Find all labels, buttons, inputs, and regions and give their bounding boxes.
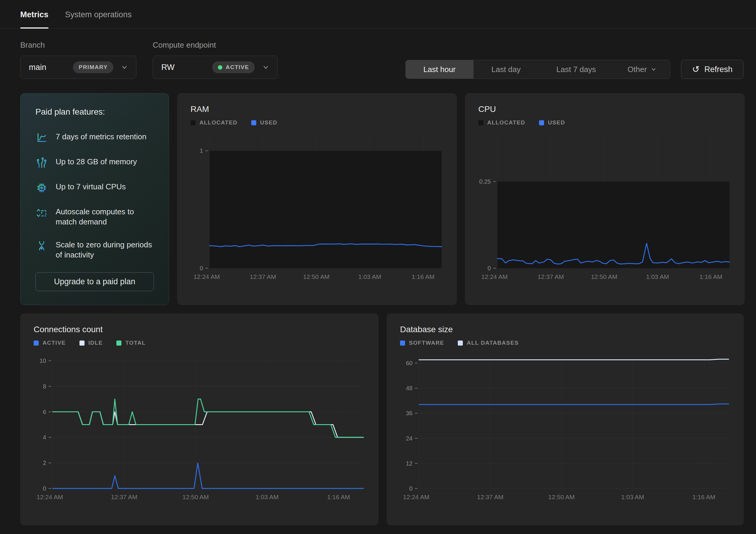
series-line-all-databases — [419, 359, 729, 360]
x-axis-label: 1:16 AM — [327, 494, 350, 500]
feature-text: Up to 28 GB of memory — [56, 157, 137, 167]
y-axis-label: 1 — [200, 147, 203, 154]
y-axis-label: 6 — [43, 409, 46, 415]
endpoint-label: Compute endpoint — [153, 40, 278, 50]
database-size-title: Database size — [400, 325, 730, 334]
database-size-legend: SOFTWARE ALL DATABASES — [400, 340, 730, 346]
legend-label: ALLOCATED — [487, 120, 525, 126]
selectors: Branch main PRIMARY Compute endpoint RW … — [20, 40, 278, 79]
connections-card: Connections count ACTIVE IDLE TOTAL 0246… — [20, 313, 379, 525]
x-axis-label: 12:50 AM — [303, 273, 330, 280]
autoscale-icon — [36, 206, 48, 219]
connections-legend: ACTIVE IDLE TOTAL — [34, 340, 365, 346]
tab-bar: Metrics System operations — [0, 0, 756, 29]
memory-icon — [36, 157, 48, 169]
range-last-day[interactable]: Last day — [473, 60, 538, 79]
legend-label: ACTIVE — [42, 340, 66, 346]
endpoint-field: Compute endpoint RW ACTIVE — [153, 40, 278, 79]
x-axis-label: 12:37 AM — [477, 494, 503, 500]
legend-item-total: TOTAL — [116, 340, 146, 346]
legend-label: ALLOCATED — [200, 120, 237, 126]
cpu-icon — [36, 182, 48, 194]
x-axis-label: 12:37 AM — [250, 273, 276, 280]
refresh-icon: ↺ — [692, 65, 699, 74]
time-controls: Last hour Last day Last 7 days Other ↺ R… — [405, 60, 743, 79]
branch-label: Branch — [20, 40, 136, 50]
feature-scale-to-zero: Scale to zero during periods of inactivi… — [36, 240, 154, 260]
series-line-active — [53, 463, 364, 489]
feature-memory: Up to 28 GB of memory — [36, 157, 154, 169]
legend-item-used: USED — [539, 120, 565, 126]
paid-plan-card: Paid plan features: 7 days of metrics re… — [20, 93, 169, 305]
cpu-chart: 00.2512:24 AM12:37 AM12:50 AM1:03 AM1:16… — [478, 134, 731, 282]
top-row: Paid plan features: 7 days of metrics re… — [20, 93, 743, 305]
y-axis-label: 2 — [43, 460, 46, 466]
chevron-down-icon — [121, 64, 128, 70]
y-axis-label: 36 — [406, 410, 413, 416]
primary-badge: PRIMARY — [73, 61, 113, 73]
feature-cpu: Up to 7 virtual CPUs — [36, 182, 154, 194]
chevron-down-icon — [262, 64, 269, 70]
endpoint-value: RW — [161, 63, 175, 72]
series-line-total — [53, 399, 364, 438]
x-axis-label: 1:16 AM — [699, 273, 722, 280]
refresh-button[interactable]: ↺ Refresh — [681, 60, 743, 79]
legend-item-used: USED — [251, 120, 277, 126]
legend-item-allocated: ALLOCATED — [191, 120, 237, 126]
feature-metrics-retention: 7 days of metrics retention — [36, 132, 154, 144]
series-area-allocated — [209, 150, 442, 268]
legend-swatch — [116, 340, 122, 346]
cpu-legend: ALLOCATED USED — [478, 120, 731, 126]
feature-autoscale: Autoscale computes to match demand — [36, 206, 154, 227]
database-size-card: Database size SOFTWARE ALL DATABASES 012… — [387, 313, 744, 525]
legend-label: IDLE — [88, 340, 103, 346]
endpoint-select[interactable]: RW ACTIVE — [153, 56, 278, 79]
tab-metrics[interactable]: Metrics — [20, 10, 48, 28]
x-axis-label: 12:37 AM — [538, 273, 564, 280]
active-badge: ACTIVE — [212, 61, 255, 73]
y-axis-label: 4 — [43, 434, 46, 441]
legend-item-idle: IDLE — [79, 340, 103, 346]
dashboard-grid: Paid plan features: 7 days of metrics re… — [0, 79, 756, 525]
legend-item-allocated: ALLOCATED — [478, 120, 525, 126]
x-axis-label: 12:24 AM — [194, 273, 220, 280]
scale-to-zero-icon — [36, 240, 48, 252]
legend-swatch — [400, 340, 405, 346]
chevron-down-icon — [651, 67, 656, 72]
x-axis-label: 1:03 AM — [256, 494, 279, 500]
range-last-hour[interactable]: Last hour — [406, 60, 473, 79]
branch-select[interactable]: main PRIMARY — [20, 56, 136, 79]
series-line-software — [419, 404, 729, 405]
y-axis-label: 0 — [488, 265, 491, 272]
y-axis-label: 0 — [409, 485, 413, 492]
series-area-allocated — [497, 182, 730, 268]
legend-swatch — [191, 120, 196, 125]
y-axis-label: 12 — [406, 460, 413, 467]
y-axis-label: 24 — [406, 435, 413, 442]
range-last-7-days[interactable]: Last 7 days — [538, 60, 614, 79]
active-badge-label: ACTIVE — [226, 64, 249, 70]
x-axis-label: 12:50 AM — [591, 273, 617, 280]
range-other-label: Other — [627, 65, 647, 74]
cpu-card: CPU ALLOCATED USED 00.2512:24 AM12:37 AM… — [465, 93, 745, 305]
x-axis-label: 12:50 AM — [182, 494, 209, 500]
legend-label: USED — [260, 120, 277, 126]
connections-title: Connections count — [34, 325, 365, 334]
paid-plan-title: Paid plan features: — [36, 107, 154, 117]
upgrade-button[interactable]: Upgrade to a paid plan — [36, 272, 154, 291]
status-dot — [218, 65, 222, 70]
x-axis-label: 1:16 AM — [692, 494, 715, 500]
legend-item-software: SOFTWARE — [400, 340, 444, 346]
legend-swatch — [539, 120, 544, 125]
legend-swatch — [79, 340, 85, 346]
feature-text: Up to 7 virtual CPUs — [56, 182, 126, 192]
tab-system-operations[interactable]: System operations — [65, 10, 132, 28]
x-axis-label: 12:24 AM — [481, 273, 508, 280]
range-other-dropdown[interactable]: Other — [614, 60, 670, 79]
legend-item-active: ACTIVE — [34, 340, 66, 346]
y-axis-label: 0 — [200, 265, 203, 272]
refresh-label: Refresh — [704, 65, 733, 74]
legend-label: TOTAL — [125, 340, 146, 346]
x-axis-label: 12:24 AM — [37, 494, 63, 500]
legend-swatch — [251, 120, 256, 125]
